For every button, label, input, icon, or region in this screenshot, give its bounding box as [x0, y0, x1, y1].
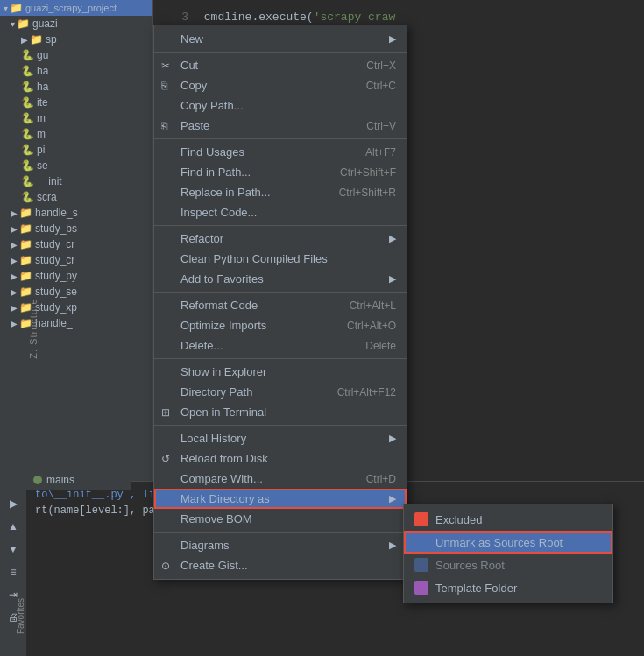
- tree-item-ite[interactable]: 🐍 ite: [0, 95, 152, 110]
- tree-item-ha2[interactable]: 🐍 ha: [0, 79, 152, 95]
- menu-item-diagrams[interactable]: Diagrams ▶: [154, 535, 407, 555]
- submenu-item-sources-root[interactable]: Sources Root: [404, 554, 612, 576]
- tree-item-gu[interactable]: 🐍 gu: [0, 47, 152, 63]
- menu-item-new[interactable]: New ▶: [154, 29, 407, 49]
- tree-arrow: ▾: [4, 4, 8, 13]
- menu-separator-6: [154, 425, 407, 426]
- menu-item-find-usages[interactable]: Find Usages Alt+F7: [154, 142, 407, 162]
- submenu-arrow-mark-dir: ▶: [389, 493, 396, 504]
- submenu-arrow-new: ▶: [389, 33, 396, 45]
- excluded-icon: [414, 512, 428, 526]
- tree-item-init[interactable]: 🐍 __init: [0, 173, 152, 189]
- template-folder-label: Template Folder: [435, 582, 517, 595]
- tree-item-study-xp[interactable]: ▶ 📁 study_xp: [0, 300, 152, 315]
- submenu-item-unmark-sources[interactable]: Unmark as Sources Root: [404, 531, 612, 554]
- menu-item-mark-dir[interactable]: Mark Directory as ▶: [154, 489, 407, 509]
- copy-icon: ⎘: [161, 80, 167, 92]
- tree-item-scra[interactable]: 🐍 scra: [0, 189, 152, 205]
- menu-separator-3: [154, 225, 407, 226]
- tree-item-handle2[interactable]: ▶ 📁 handle_: [0, 315, 152, 331]
- menu-item-create-gist[interactable]: ⊙ Create Gist...: [154, 555, 407, 575]
- menu-item-find-path[interactable]: Find in Path... Ctrl+Shift+F: [154, 162, 407, 182]
- menu-separator-5: [154, 358, 407, 359]
- menu-item-dir-path[interactable]: Directory Path Ctrl+Alt+F12: [154, 382, 407, 402]
- play-icon[interactable]: ▶: [4, 495, 22, 512]
- context-menu: New ▶ ✂ Cut Ctrl+X ⎘ Copy Ctrl+C Copy Pa…: [153, 25, 407, 580]
- run-label-bar: mains: [26, 469, 131, 490]
- folder-icon: 📁: [10, 2, 23, 14]
- submenu-arrow-refactor: ▶: [389, 233, 396, 244]
- submenu-item-excluded[interactable]: Excluded: [404, 508, 612, 531]
- tree-item-m1[interactable]: 🐍 m: [0, 110, 152, 126]
- menu-item-reload[interactable]: ↺ Reload from Disk: [154, 448, 407, 469]
- tree-item-study-cr1[interactable]: ▶ 📁 study_cr: [0, 236, 152, 252]
- template-folder-icon: [414, 581, 428, 595]
- menu-item-reformat[interactable]: Reformat Code Ctrl+Alt+L: [154, 295, 407, 315]
- menu-separator-7: [154, 532, 407, 533]
- menu-item-copy[interactable]: ⎘ Copy Ctrl+C: [154, 75, 407, 95]
- menu-item-compare[interactable]: Compare With... Ctrl+D: [154, 469, 407, 489]
- favorites-label: Favorites: [16, 598, 25, 634]
- tree-item-study-se[interactable]: ▶ 📁 study_se: [0, 284, 152, 300]
- tree-item-guazi[interactable]: ▾ 📁 guazi: [0, 16, 152, 32]
- menu-item-delete[interactable]: Delete... Delete: [154, 335, 407, 356]
- mark-dir-submenu: Excluded Unmark as Sources Root Sources …: [403, 504, 613, 603]
- menu-item-copy-path[interactable]: Copy Path...: [154, 95, 407, 116]
- submenu-arrow-diagrams: ▶: [389, 540, 396, 551]
- tree-item-handle-s[interactable]: ▶ 📁 handle_s: [0, 205, 152, 221]
- menu-separator-2: [154, 138, 407, 139]
- tree-item-ha1[interactable]: 🐍 ha: [0, 63, 152, 79]
- menu-item-local-history[interactable]: Local History ▶: [154, 428, 407, 448]
- arrow-down-icon[interactable]: ▼: [4, 540, 22, 558]
- gist-icon: ⊙: [161, 560, 170, 572]
- code-line-3: 3 cmdline.execute('scrapy craw: [166, 9, 631, 26]
- tree-item-study-py[interactable]: ▶ 📁 study_py: [0, 268, 152, 284]
- menu-item-open-terminal[interactable]: ⊞ Open in Terminal: [154, 402, 407, 422]
- arrow-up-icon[interactable]: ▲: [4, 518, 22, 535]
- menu-item-cut[interactable]: ✂ Cut Ctrl+X: [154, 55, 407, 75]
- menu-item-refactor[interactable]: Refactor ▶: [154, 229, 407, 249]
- menu-item-show-explorer[interactable]: Show in Explorer: [154, 362, 407, 382]
- cut-icon: ✂: [161, 60, 170, 72]
- menu-separator-1: [154, 52, 407, 53]
- reload-icon: ↺: [161, 453, 170, 465]
- menu-separator-4: [154, 292, 407, 293]
- paste-icon: ⎗: [161, 120, 167, 132]
- sources-root-label: Sources Root: [435, 559, 505, 572]
- menu-item-paste[interactable]: ⎗ Paste Ctrl+V: [154, 116, 407, 136]
- sources-icon: [414, 535, 428, 549]
- tree-item-m2[interactable]: 🐍 m: [0, 126, 152, 142]
- menu-item-inspect[interactable]: Inspect Code...: [154, 202, 407, 222]
- list-icon[interactable]: ≡: [4, 563, 22, 581]
- run-label-text: mains: [46, 474, 74, 486]
- run-status-dot: [33, 476, 42, 484]
- tree-item-se[interactable]: 🐍 se: [0, 158, 152, 173]
- submenu-arrow-history: ▶: [389, 433, 396, 444]
- submenu-arrow-favorites: ▶: [389, 273, 396, 285]
- tree-item-study-cr2[interactable]: ▶ 📁 study_cr: [0, 252, 152, 268]
- unmark-sources-label: Unmark as Sources Root: [435, 536, 563, 549]
- excluded-label: Excluded: [435, 513, 482, 526]
- tree-root-label: guazi_scrapy_project: [25, 3, 117, 13]
- tree-item-sp[interactable]: ▶ 📁 sp: [0, 32, 152, 47]
- tree-item-study-bs[interactable]: ▶ 📁 study_bs: [0, 221, 152, 236]
- tree-root[interactable]: ▾ 📁 guazi_scrapy_project: [0, 0, 152, 16]
- mark-dir-label: Mark Directory as: [180, 492, 270, 505]
- menu-item-remove-bom[interactable]: Remove BOM: [154, 509, 407, 529]
- z-structure-label: Z: Structure: [28, 298, 39, 358]
- submenu-item-template-folder[interactable]: Template Folder: [404, 576, 612, 599]
- menu-item-replace-path[interactable]: Replace in Path... Ctrl+Shift+R: [154, 182, 407, 202]
- menu-item-clean-python[interactable]: Clean Python Compiled Files: [154, 249, 407, 269]
- terminal-icon: ⊞: [161, 406, 170, 419]
- tree-item-pi[interactable]: 🐍 pi: [0, 142, 152, 158]
- sources-root-icon: [414, 558, 428, 572]
- menu-item-add-favorites[interactable]: Add to Favorites ▶: [154, 269, 407, 289]
- menu-item-optimize-imports[interactable]: Optimize Imports Ctrl+Alt+O: [154, 315, 407, 335]
